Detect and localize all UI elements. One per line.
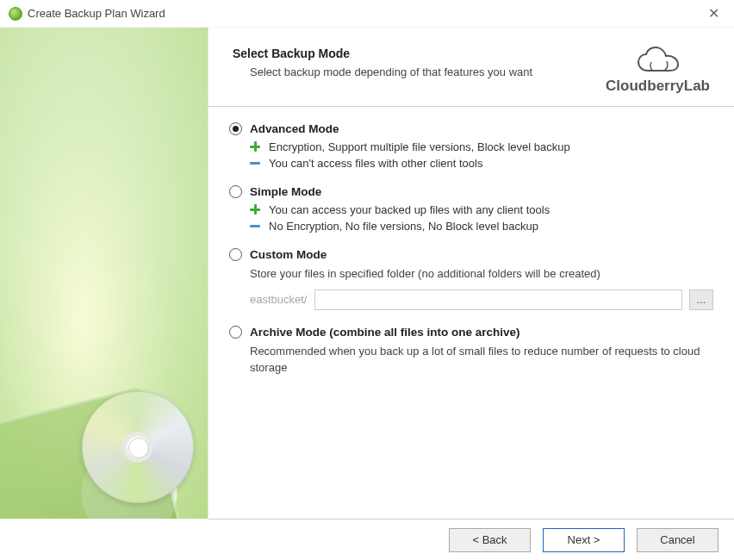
radio-simple[interactable] xyxy=(229,185,242,198)
simple-minus-text: No Encryption, No file versions, No Bloc… xyxy=(269,220,538,233)
close-icon[interactable]: ✕ xyxy=(701,3,725,24)
features-simple: You can access your backed up files with… xyxy=(250,203,713,233)
mode-archive-label: Archive Mode (combine all files into one… xyxy=(250,326,520,339)
custom-path-input[interactable] xyxy=(314,289,683,310)
simple-minus-row: No Encryption, No file versions, No Bloc… xyxy=(250,220,713,233)
plus-icon xyxy=(250,141,260,152)
mode-archive-row[interactable]: Archive Mode (combine all files into one… xyxy=(229,326,713,339)
cancel-button[interactable]: Cancel xyxy=(637,528,718,552)
cloud-icon xyxy=(636,47,681,76)
wizard-sidebar-image xyxy=(0,28,208,519)
mode-custom-row[interactable]: Custom Mode xyxy=(229,248,713,261)
app-icon xyxy=(9,7,22,21)
mode-advanced-label: Advanced Mode xyxy=(250,122,339,135)
titlebar: Create Backup Plan Wizard ✕ xyxy=(0,0,734,28)
features-advanced: Encryption, Support multiple file versio… xyxy=(250,140,713,170)
brand-name: CloudberryLab xyxy=(606,78,710,94)
back-button[interactable]: < Back xyxy=(449,528,531,552)
mode-advanced: Advanced Mode Encryption, Support multip… xyxy=(229,122,713,170)
advanced-plus-row: Encryption, Support multiple file versio… xyxy=(250,140,713,153)
minus-icon xyxy=(250,158,260,168)
options-area: Advanced Mode Encryption, Support multip… xyxy=(208,107,734,519)
custom-path-row: eastbucket/ ... xyxy=(250,289,713,310)
content-pane: Select Backup Mode Select backup mode de… xyxy=(208,28,734,519)
header-row: Select Backup Mode Select backup mode de… xyxy=(208,28,734,106)
path-prefix: eastbucket/ xyxy=(250,293,308,306)
simple-plus-row: You can access your backed up files with… xyxy=(250,203,713,216)
brand-logo: CloudberryLab xyxy=(606,47,710,94)
disc-graphic xyxy=(82,391,194,503)
custom-desc: Store your files in specified folder (no… xyxy=(250,266,713,283)
header-text: Select Backup Mode Select backup mode de… xyxy=(233,47,606,78)
radio-archive[interactable] xyxy=(229,326,242,339)
mode-simple: Simple Mode You can access your backed u… xyxy=(229,185,713,233)
window-title: Create Backup Plan Wizard xyxy=(28,7,701,20)
page-subtitle: Select backup mode depending of that fea… xyxy=(250,65,606,78)
advanced-minus-row: You can't access files with other client… xyxy=(250,157,713,170)
advanced-minus-text: You can't access files with other client… xyxy=(269,157,482,170)
mode-advanced-row[interactable]: Advanced Mode xyxy=(229,122,713,135)
next-button[interactable]: Next > xyxy=(543,528,625,552)
mode-custom: Custom Mode Store your files in specifie… xyxy=(229,248,713,310)
main-layout: Select Backup Mode Select backup mode de… xyxy=(0,28,734,519)
wizard-footer: < Back Next > Cancel xyxy=(208,519,734,560)
browse-button[interactable]: ... xyxy=(689,289,713,310)
mode-simple-row[interactable]: Simple Mode xyxy=(229,185,713,198)
mode-custom-label: Custom Mode xyxy=(250,248,327,261)
page-title: Select Backup Mode xyxy=(233,47,606,60)
advanced-plus-text: Encryption, Support multiple file versio… xyxy=(269,140,570,153)
simple-plus-text: You can access your backed up files with… xyxy=(269,203,550,216)
mode-simple-label: Simple Mode xyxy=(250,185,321,198)
minus-icon xyxy=(250,221,260,231)
archive-desc: Recommended when you back up a lot of sm… xyxy=(250,344,713,376)
mode-archive: Archive Mode (combine all files into one… xyxy=(229,326,713,376)
radio-custom[interactable] xyxy=(229,248,242,261)
plus-icon xyxy=(250,204,260,215)
radio-advanced[interactable] xyxy=(229,122,242,135)
